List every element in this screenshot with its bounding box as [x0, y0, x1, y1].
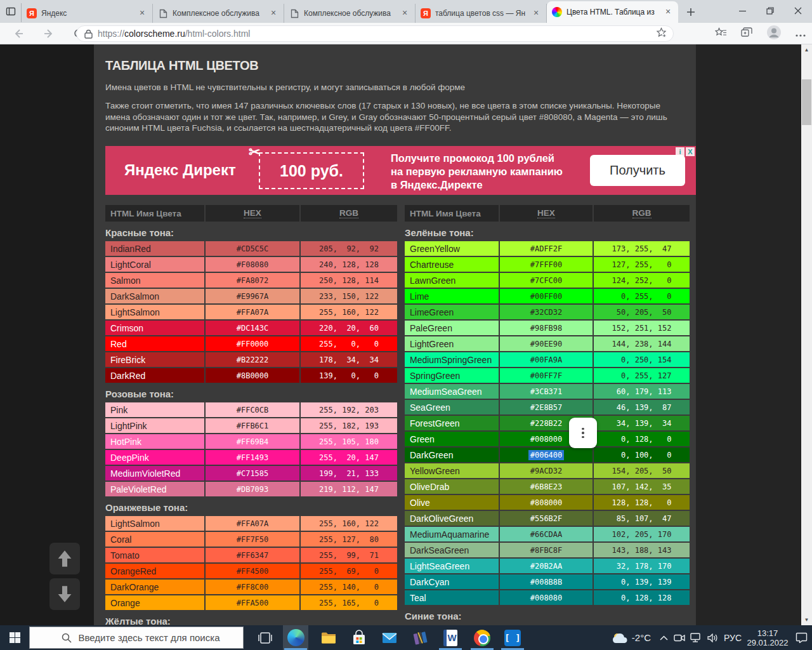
tray-time: 13:17: [757, 628, 778, 638]
forward-icon: [43, 28, 55, 39]
taskbar-chrome-button[interactable]: [469, 625, 495, 650]
add-favorite-button[interactable]: [656, 27, 667, 41]
network-icon[interactable]: [688, 633, 704, 642]
back-button[interactable]: [8, 25, 29, 43]
url-bar[interactable]: https://colorscheme.ru/html-colors.html: [76, 25, 674, 42]
color-rgb-cell: 139, 0, 0: [301, 368, 397, 383]
color-rgb-cell: 0, 100, 0: [594, 448, 690, 462]
tab[interactable]: Комплексное обслужива×: [153, 4, 284, 23]
new-tab-button[interactable]: [682, 3, 700, 21]
tab-title: Цвета HTML. Таблица из: [566, 8, 658, 17]
taskbar-explorer-button[interactable]: [316, 625, 341, 650]
tab[interactable]: Ятаблица цветов css — Ян×: [416, 4, 547, 23]
forward-button[interactable]: [38, 25, 60, 43]
scroll-to-bottom-button[interactable]: [49, 578, 80, 610]
notifications-button[interactable]: [790, 632, 812, 643]
color-hex-cell: #FA8072: [206, 273, 299, 288]
color-name-cell: MediumSpringGreen: [405, 352, 499, 367]
microsoft-store-icon: [351, 630, 367, 646]
settings-menu-button[interactable]: [796, 28, 806, 39]
scrollbar-down-icon[interactable]: ▼: [801, 614, 812, 625]
tray-chevron-button[interactable]: [656, 635, 671, 640]
document-favicon: [158, 8, 168, 18]
taskbar-search[interactable]: Введите здесь текст для поиска: [29, 627, 244, 649]
taskbar-mail-button[interactable]: [377, 625, 402, 650]
color-rgb-cell: 255, 69, 0: [301, 564, 397, 578]
header-rgb-link[interactable]: RGB: [301, 205, 397, 222]
color-name-cell: Coral: [105, 532, 204, 547]
close-icon: [794, 7, 802, 15]
scroll-to-top-button[interactable]: [49, 543, 80, 574]
tray-clock[interactable]: 13:1729.01.2022: [745, 628, 790, 647]
minimize-button[interactable]: [728, 0, 756, 22]
system-tray: -2°C РУС 13:1729.01.2022: [612, 625, 812, 650]
volume-icon[interactable]: [704, 633, 721, 642]
weather-icon[interactable]: [612, 632, 629, 644]
scrollbar-up-icon[interactable]: ▲: [801, 44, 812, 55]
tab-close-icon[interactable]: ×: [400, 8, 410, 18]
color-table-right: HTML Имя ЦветаHEXRGBЗелёные тона:GreenYe…: [405, 205, 688, 621]
taskbar-winrar-button[interactable]: [407, 625, 433, 650]
color-name-cell: LightSalmon: [105, 305, 204, 319]
star-plus-icon: [656, 27, 667, 38]
color-hex-cell: #808000: [500, 495, 593, 510]
header-hex-link[interactable]: HEX: [500, 205, 593, 222]
taskbar-brackets-button[interactable]: [ ]: [500, 625, 525, 650]
selection-mini-menu-button[interactable]: [569, 418, 597, 448]
intro-paragraph-2: Также стоит отметить, что имея 147 разли…: [105, 100, 686, 134]
task-view-button[interactable]: [252, 625, 278, 650]
close-window-button[interactable]: [784, 0, 812, 22]
tab-close-icon[interactable]: ×: [268, 8, 278, 18]
tab-active[interactable]: Цвета HTML. Таблица из×: [547, 1, 678, 23]
arrow-up-icon: [56, 549, 74, 568]
color-name-cell: DarkOrange: [105, 580, 204, 594]
tab-close-icon[interactable]: ×: [531, 8, 541, 18]
scissors-icon: ✂: [249, 144, 260, 161]
ad-info-icon[interactable]: i: [676, 147, 684, 156]
tab-close-icon[interactable]: ×: [137, 8, 147, 18]
collections-icon: [741, 27, 752, 37]
color-hex-cell: #00FF00: [500, 289, 593, 303]
color-rgb-cell: 255, 99, 71: [301, 548, 397, 562]
color-name-cell: Olive: [405, 495, 499, 510]
tab[interactable]: Комплексное обслужива×: [284, 4, 416, 23]
tray-temperature[interactable]: -2°C: [632, 632, 651, 643]
ad-close-icon[interactable]: X: [686, 147, 695, 156]
meet-now-icon[interactable]: [671, 633, 688, 642]
favorites-button[interactable]: [715, 27, 727, 41]
color-rgb-cell: 46, 139, 87: [594, 400, 690, 415]
avatar-icon: [766, 25, 782, 40]
color-hex-cell: #00FF7F: [500, 368, 593, 383]
ad-get-button[interactable]: Получить: [590, 155, 685, 186]
plus-icon: [686, 8, 695, 17]
restore-button[interactable]: [756, 0, 784, 22]
color-rgb-cell: 124, 252, 0: [594, 273, 690, 288]
edge-icon: [287, 629, 304, 646]
ad-banner[interactable]: Яндекс Директ ✂ 100 руб. Получите промок…: [105, 146, 696, 195]
page-viewport: ТАБЛИЦА HTML ЦВЕТОВ Имена цветов в HTML …: [0, 44, 812, 625]
search-placeholder: Введите здесь текст для поиска: [79, 632, 220, 643]
taskbar-store-button[interactable]: [346, 625, 372, 650]
collections-button[interactable]: [741, 27, 752, 40]
section-label: Красные тона:: [105, 227, 396, 238]
profile-avatar[interactable]: [766, 25, 782, 43]
color-name-cell: LightCoral: [105, 257, 204, 272]
header-rgb-link[interactable]: RGB: [594, 205, 690, 222]
color-rgb-cell: 34, 139, 34: [594, 416, 690, 430]
color-rgb-cell: 178, 34, 34: [301, 352, 397, 367]
taskbar-edge-button[interactable]: [283, 625, 308, 650]
winrar-icon: [412, 630, 428, 646]
color-name-cell: LightSalmon: [105, 516, 204, 531]
scrollbar-thumb[interactable]: [802, 79, 811, 125]
color-name-cell: LightSeaGreen: [405, 559, 499, 573]
start-button[interactable]: [0, 625, 29, 650]
color-hex-cell: #FF69B4: [206, 434, 299, 449]
taskbar-word-button[interactable]: W: [438, 625, 463, 650]
color-hex-cell: #FFB6C1: [206, 418, 299, 433]
tray-language[interactable]: РУС: [721, 633, 745, 643]
tab-close-icon[interactable]: ×: [663, 7, 673, 17]
tab-actions-menu-button[interactable]: [0, 3, 22, 22]
tab[interactable]: ЯЯндекс×: [22, 4, 153, 23]
header-hex-link[interactable]: HEX: [206, 205, 299, 222]
scrollbar[interactable]: ▲ ▼: [801, 44, 812, 625]
